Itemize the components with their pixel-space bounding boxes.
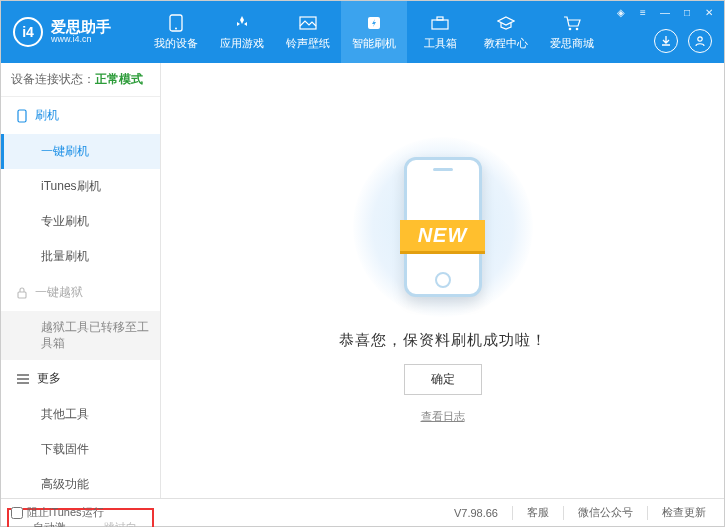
nav-label: 教程中心 — [484, 36, 528, 51]
graduation-icon — [496, 14, 516, 32]
nav-label: 智能刷机 — [352, 36, 396, 51]
logo-subtitle: www.i4.cn — [51, 35, 111, 45]
list-icon — [17, 374, 29, 384]
sidebar-jailbreak-note[interactable]: 越狱工具已转移至工具箱 — [1, 311, 160, 360]
nav-toolbox[interactable]: 工具箱 — [407, 1, 473, 63]
nav-label: 工具箱 — [424, 36, 457, 51]
logo-icon: i4 — [13, 17, 43, 47]
footer-check-update[interactable]: 检查更新 — [654, 505, 714, 520]
top-nav: 我的设备 应用游戏 铃声壁纸 智能刷机 工具箱 教程中心 — [143, 1, 605, 63]
menu-icon[interactable]: ≡ — [636, 5, 650, 19]
sidebar-item-batch-flash[interactable]: 批量刷机 — [1, 239, 160, 274]
maximize-icon[interactable]: □ — [680, 5, 694, 19]
nav-smart-flash[interactable]: 智能刷机 — [341, 1, 407, 63]
nav-ringtone-wallpaper[interactable]: 铃声壁纸 — [275, 1, 341, 63]
svg-rect-9 — [18, 110, 26, 122]
phone-icon — [166, 14, 186, 32]
section-flash[interactable]: 刷机 — [1, 97, 160, 134]
device-status: 设备连接状态：正常模式 — [1, 63, 160, 97]
nav-label: 铃声壁纸 — [286, 36, 330, 51]
nav-label: 我的设备 — [154, 36, 198, 51]
success-message: 恭喜您，保资料刷机成功啦！ — [339, 331, 547, 350]
sidebar: 设备连接状态：正常模式 刷机 一键刷机 iTunes刷机 专业刷机 批量刷机 一… — [1, 63, 161, 498]
svg-point-6 — [569, 27, 572, 30]
cart-icon — [562, 14, 582, 32]
flash-icon — [364, 14, 384, 32]
sidebar-item-oneclick-flash[interactable]: 一键刷机 — [1, 134, 160, 169]
nav-tutorials[interactable]: 教程中心 — [473, 1, 539, 63]
confirm-button[interactable]: 确定 — [404, 364, 482, 395]
sidebar-item-itunes-flash[interactable]: iTunes刷机 — [1, 169, 160, 204]
toolbox-icon — [430, 14, 450, 32]
nav-label: 应用游戏 — [220, 36, 264, 51]
footer-wechat[interactable]: 微信公众号 — [570, 505, 641, 520]
nav-store[interactable]: 爱思商城 — [539, 1, 605, 63]
skin-icon[interactable]: ◈ — [614, 5, 628, 19]
download-button[interactable] — [654, 29, 678, 53]
svg-rect-10 — [18, 292, 26, 298]
logo[interactable]: i4 爱思助手 www.i4.cn — [13, 17, 143, 47]
svg-rect-4 — [432, 20, 448, 29]
version-label: V7.98.66 — [446, 507, 506, 519]
user-button[interactable] — [688, 29, 712, 53]
svg-point-1 — [175, 27, 177, 29]
sidebar-item-download-firmware[interactable]: 下载固件 — [1, 432, 160, 467]
sidebar-item-other-tools[interactable]: 其他工具 — [1, 397, 160, 432]
svg-point-7 — [576, 27, 579, 30]
sidebar-item-pro-flash[interactable]: 专业刷机 — [1, 204, 160, 239]
section-more[interactable]: 更多 — [1, 360, 160, 397]
minimize-icon[interactable]: — — [658, 5, 672, 19]
nav-label: 爱思商城 — [550, 36, 594, 51]
nav-my-device[interactable]: 我的设备 — [143, 1, 209, 63]
lock-icon — [17, 287, 27, 299]
svg-rect-5 — [437, 17, 443, 20]
new-ribbon: NEW — [400, 220, 486, 251]
phone-small-icon — [17, 109, 27, 123]
section-jailbreak: 一键越狱 — [1, 274, 160, 311]
sidebar-item-advanced[interactable]: 高级功能 — [1, 467, 160, 502]
view-log-link[interactable]: 查看日志 — [421, 409, 465, 424]
footer-support[interactable]: 客服 — [519, 505, 557, 520]
main-content: NEW 恭喜您，保资料刷机成功啦！ 确定 查看日志 — [161, 63, 724, 498]
image-icon — [298, 14, 318, 32]
logo-title: 爱思助手 — [51, 19, 111, 36]
close-icon[interactable]: ✕ — [702, 5, 716, 19]
app-header: i4 爱思助手 www.i4.cn 我的设备 应用游戏 铃声壁纸 智能刷机 — [1, 1, 724, 63]
svg-point-8 — [698, 37, 702, 41]
apps-icon — [232, 14, 252, 32]
footer: 阻止iTunes运行 V7.98.66 客服 微信公众号 检查更新 — [1, 498, 724, 526]
checkbox-block-itunes[interactable]: 阻止iTunes运行 — [11, 505, 104, 520]
nav-apps-games[interactable]: 应用游戏 — [209, 1, 275, 63]
success-illustration: NEW — [353, 137, 533, 317]
